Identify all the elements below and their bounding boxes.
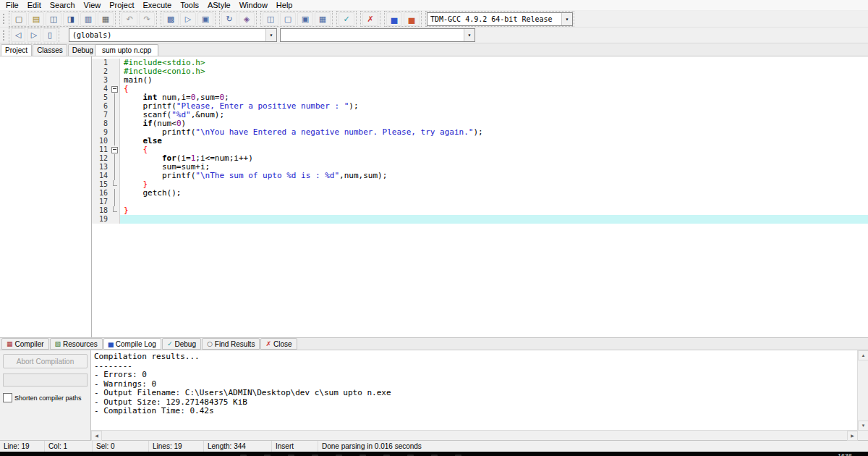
chevron-down-icon[interactable]: ▾ <box>265 29 276 41</box>
log-line: - Output Filename: C:\Users\ADMIN\Deskto… <box>94 389 855 398</box>
report-tab-find-results[interactable]: ○Find Results <box>202 338 260 350</box>
menu-astyle[interactable]: AStyle <box>203 0 235 10</box>
code-line[interactable]: 2#include<conio.h> <box>92 67 868 76</box>
line-number: 9 <box>92 128 110 137</box>
horizontal-scrollbar[interactable]: ◀ ▶ <box>91 430 858 440</box>
abort-compilation-button[interactable]: ✗ <box>362 12 378 26</box>
goto-implementation-button[interactable]: ▷ <box>27 28 41 42</box>
code-line[interactable]: 10 else <box>92 137 868 145</box>
scroll-down-icon[interactable]: ▼ <box>858 421 868 431</box>
windows-taskbar[interactable]: 1636 <box>0 452 868 456</box>
code-line[interactable]: 18} <box>92 206 868 215</box>
rebuild-icon: ↻ <box>226 15 232 23</box>
code-line[interactable]: 19 <box>92 215 868 224</box>
code-editor[interactable]: 1#include<stdio.h>2#include<conio.h>3mai… <box>92 56 868 337</box>
rebuild-button[interactable]: ↻ <box>221 12 237 26</box>
new-file-button[interactable]: ▢ <box>11 12 27 26</box>
report-tab-resources[interactable]: ▧Resources <box>50 338 103 350</box>
report-tab-compile-log[interactable]: ▅Compile Log <box>103 338 161 350</box>
code-line[interactable]: 9 printf("\nYou have Entered a negative … <box>92 128 868 137</box>
open-file-button[interactable]: ▤ <box>28 12 44 26</box>
code-line[interactable]: 15 } <box>92 180 868 189</box>
menu-view[interactable]: View <box>80 0 106 10</box>
code-line[interactable]: 17 <box>92 198 868 206</box>
compile-run-button[interactable]: ▣ <box>197 12 213 26</box>
delete-profiling-button[interactable]: ▅ <box>404 12 420 26</box>
undo-button[interactable]: ↶ <box>122 12 137 26</box>
toggle-report-window-button[interactable]: ▢ <box>280 12 296 26</box>
redo-button[interactable]: ↷ <box>139 12 155 26</box>
toolbar-group: ✓ <box>336 11 357 27</box>
toolbar-grip[interactable] <box>3 30 7 41</box>
code-text: for(i=1;i<=num;i++) <box>120 154 868 163</box>
chevron-down-icon[interactable]: ▾ <box>464 29 475 41</box>
shorten-paths-checkbox[interactable] <box>3 393 12 402</box>
print-button[interactable]: ▦ <box>98 12 114 26</box>
code-line[interactable]: 1#include<stdio.h> <box>92 59 868 67</box>
run-button[interactable]: ▷ <box>180 12 196 26</box>
fold-margin <box>110 180 120 189</box>
fold-margin[interactable] <box>110 145 120 154</box>
menu-search[interactable]: Search <box>46 0 80 10</box>
toolbar-grip[interactable] <box>3 14 7 24</box>
report-tab-debug[interactable]: ✓Debug <box>162 338 201 350</box>
compile-button[interactable]: ▩ <box>163 12 179 26</box>
fold-margin[interactable] <box>110 85 120 93</box>
panel-tab-classes[interactable]: Classes <box>33 44 67 56</box>
save-as-button[interactable]: ◨ <box>63 12 79 26</box>
save-button[interactable]: ◫ <box>46 12 61 26</box>
scroll-right-icon[interactable]: ▶ <box>847 431 858 441</box>
menu-project[interactable]: Project <box>105 0 138 10</box>
menu-edit[interactable]: Edit <box>23 0 46 10</box>
vertical-scrollbar[interactable]: ▲ ▼ <box>857 350 868 431</box>
menu-file[interactable]: File <box>1 0 23 10</box>
profile-analysis-button[interactable]: ▅ <box>386 12 402 26</box>
panel-tab-project[interactable]: Project <box>1 44 32 56</box>
scroll-left-icon[interactable]: ◀ <box>91 431 102 441</box>
code-line[interactable]: 14 printf("\nThe sum of upto %d is : %d"… <box>92 172 868 180</box>
compile-log-tab-icon: ▅ <box>109 341 114 347</box>
shorten-paths-option[interactable]: Shorten compiler paths <box>3 393 88 402</box>
report-tab-compiler[interactable]: ▦Compiler <box>1 338 49 350</box>
toolbar-group: ▩▷▣ <box>161 11 216 27</box>
toggle-project-explorer-icon: ◫ <box>267 15 274 23</box>
class-browser-button[interactable]: ▯ <box>43 28 57 42</box>
compile-icon: ▩ <box>167 15 174 23</box>
members-select[interactable]: ▾ <box>280 28 475 42</box>
print-icon: ▦ <box>102 15 109 23</box>
toggle-project-explorer-button[interactable]: ◫ <box>263 12 278 26</box>
fullscreen-mode-button[interactable]: ▣ <box>297 12 313 26</box>
fold-margin <box>110 128 120 137</box>
goto-declaration-button[interactable]: ◁ <box>11 28 25 42</box>
save-all-icon: ▥ <box>85 15 92 23</box>
editor-tab-sum-upto-n[interactable]: sum upto n.cpp <box>95 44 158 56</box>
code-line[interactable]: 3main() <box>92 76 868 85</box>
project-panel[interactable] <box>0 56 92 337</box>
code-text: } <box>120 206 868 215</box>
toggle-report-window-icon: ▢ <box>284 15 292 23</box>
syntax-check-button[interactable]: ✓ <box>339 12 354 26</box>
main-area: 1#include<stdio.h>2#include<conio.h>3mai… <box>0 56 868 337</box>
scroll-up-icon[interactable]: ▲ <box>858 350 868 360</box>
compiler-profile-group: TDM-GCC 4.9.2 64-bit Release ▾ <box>425 11 574 27</box>
save-all-button[interactable]: ▥ <box>80 12 96 26</box>
code-line[interactable]: 7 scanf("%d",&num); <box>92 111 868 119</box>
menu-help[interactable]: Help <box>272 0 297 10</box>
code-text: printf("\nYou have Entered a negative nu… <box>120 128 868 137</box>
abort-compilation-button[interactable]: Abort Compilation <box>3 354 88 368</box>
menu-tools[interactable]: Tools <box>176 0 203 10</box>
menu-window[interactable]: Window <box>235 0 272 10</box>
report-tab-close[interactable]: ✗Close <box>260 338 297 350</box>
chevron-down-icon[interactable]: ▾ <box>561 13 572 25</box>
fold-margin <box>110 215 120 224</box>
code-text: scanf("%d",&num); <box>120 111 868 119</box>
menu-execute[interactable]: Execute <box>138 0 176 10</box>
code-text: printf("\nThe sum of upto %d is : %d",nu… <box>120 172 868 180</box>
compile-progress-bar <box>3 373 88 387</box>
debug-button[interactable]: ◈ <box>239 12 255 26</box>
code-line[interactable]: 16 getch(); <box>92 189 868 198</box>
compile-log-area[interactable]: Compilation results...--------- Errors: … <box>91 350 868 440</box>
toggle-toolbars-button[interactable]: ▦ <box>315 12 331 26</box>
compiler-profile-select[interactable]: TDM-GCC 4.9.2 64-bit Release ▾ <box>427 12 573 26</box>
globals-select[interactable]: (globals) ▾ <box>69 28 277 42</box>
